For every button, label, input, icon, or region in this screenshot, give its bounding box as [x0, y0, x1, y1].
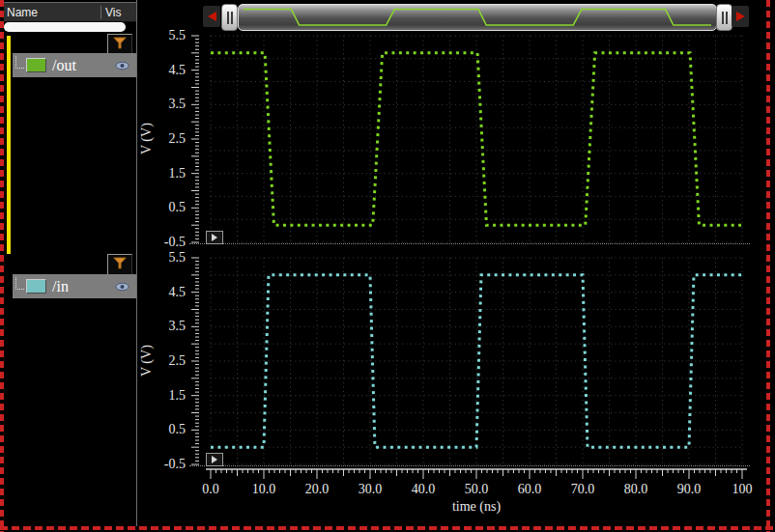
x-axis-title: time (ns) [418, 499, 534, 515]
scrollbar-grip-left[interactable] [221, 4, 238, 31]
signal-row-out[interactable]: /out [13, 53, 136, 77]
x-tick-label: 70.0 [561, 482, 604, 497]
scrollbar-left-arrow-button[interactable] [203, 6, 220, 27]
y-tick-label: 3.5 [141, 97, 186, 112]
scrollbar-grip-right[interactable] [716, 4, 732, 31]
x-tick-label: 40.0 [402, 482, 445, 497]
funnel-icon [112, 256, 128, 274]
y-tick-label: 1.5 [141, 166, 186, 182]
column-header-name[interactable]: Name [4, 6, 100, 19]
signal-row-in[interactable]: /in [13, 274, 136, 298]
x-tick-label: 30.0 [349, 482, 391, 497]
signal-name-label: /out [52, 57, 115, 74]
right-arrow-icon [736, 12, 745, 21]
signal-list-header: Name Vis [4, 2, 136, 22]
overview-scrollbar-thumb[interactable] [238, 4, 717, 31]
column-header-vis[interactable]: Vis [100, 6, 136, 19]
x-axis-ruler [189, 468, 750, 482]
x-tick-label: 10.0 [243, 482, 285, 497]
tree-branch-icon [15, 56, 24, 69]
selection-indicator-bar[interactable] [7, 36, 11, 254]
selection-border-right [766, 0, 770, 532]
x-tick-label: 0.0 [189, 482, 232, 497]
left-arrow-icon [208, 12, 216, 21]
tree-branch-icon [15, 277, 24, 290]
y-tick-label: -0.5 [141, 457, 186, 472]
y-tick-label: 3.5 [141, 319, 186, 334]
visibility-eye-icon[interactable] [115, 61, 129, 70]
strip-expand-button[interactable] [206, 231, 223, 244]
y-tick-label: 0.5 [141, 422, 186, 437]
y-tick-label: 2.5 [141, 353, 186, 369]
signal-color-swatch [26, 58, 46, 72]
play-icon [212, 234, 217, 241]
visibility-eye-icon[interactable] [115, 282, 129, 292]
plot-panel-in[interactable] [189, 254, 750, 466]
x-tick-label: 50.0 [455, 482, 498, 497]
waveform-viewer-window: Name Vis /out /in [0, 0, 775, 532]
y-tick-label: 2.5 [141, 131, 186, 147]
strip-expand-button[interactable] [206, 453, 223, 466]
plot-canvas-out [189, 32, 750, 243]
grip-lines-icon [722, 12, 728, 24]
y-tick-label: 4.5 [141, 285, 186, 300]
filter-button-in[interactable] [107, 254, 132, 276]
y-tick-label: 5.5 [141, 28, 186, 43]
play-icon [212, 456, 217, 463]
sidebar-divider [136, 0, 137, 526]
plot-canvas-in [189, 254, 750, 465]
y-tick-label: 5.5 [141, 250, 186, 266]
signal-sidebar: Name Vis /out /in [4, 0, 136, 526]
waveform-preview [239, 5, 716, 30]
x-tick-label: 80.0 [615, 482, 657, 497]
y-tick-label: -0.5 [141, 235, 186, 250]
scrollbar-right-arrow-button[interactable] [732, 6, 749, 27]
x-tick-label: 20.0 [296, 482, 338, 497]
sidebar-scrollbar[interactable] [4, 22, 126, 32]
selection-border-left [0, 0, 4, 532]
x-tick-label: 60.0 [508, 482, 551, 497]
x-tick-label: 100 [721, 482, 763, 497]
y-tick-label: 4.5 [141, 63, 186, 78]
grip-lines-icon [227, 12, 233, 24]
x-tick-label: 90.0 [668, 482, 710, 497]
signal-name-label: /in [52, 278, 115, 295]
selection-border-bottom [0, 526, 775, 530]
signal-color-swatch [26, 279, 46, 294]
y-tick-label: 0.5 [141, 200, 186, 215]
plot-panel-out[interactable] [189, 32, 750, 244]
funnel-icon [112, 36, 128, 54]
y-tick-label: 1.5 [141, 388, 186, 404]
